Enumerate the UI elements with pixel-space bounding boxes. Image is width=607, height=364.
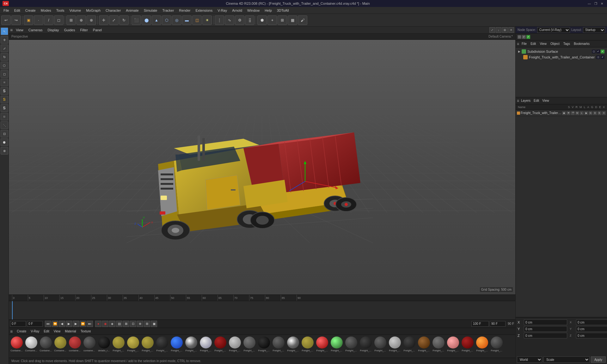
menu-create[interactable]: Create [23, 8, 38, 13]
mode-3[interactable]: ⊡ [130, 321, 136, 327]
mode-4[interactable]: ⊕ [137, 321, 143, 327]
obj-item-subdivision[interactable]: ▶ Subdivision Surface ◫ ✔ ✔ [517, 49, 606, 54]
viewport-menu-icon[interactable]: ≡ [10, 27, 13, 33]
cylinder-tool[interactable]: ⬡ [162, 15, 171, 25]
layer-solo[interactable]: ◉ [562, 111, 566, 115]
mode-polygon[interactable]: ◻ [54, 15, 64, 25]
scale-select[interactable]: Scale [543, 356, 590, 363]
redo-button[interactable]: ↪ [11, 15, 21, 25]
x-pos-field[interactable] [524, 319, 567, 325]
material-item-32[interactable]: Freight_... [475, 336, 489, 353]
menu-help[interactable]: Help [262, 8, 274, 13]
material-item-20[interactable]: Freight_... [300, 336, 315, 353]
light-tool[interactable]: ☀ [202, 15, 212, 25]
viewport-ctrl-4[interactable]: ✕ [508, 27, 514, 33]
menu-animate[interactable]: Animate [124, 8, 141, 13]
fps-start-field[interactable] [471, 321, 489, 327]
close-button[interactable]: ✕ [599, 1, 604, 6]
menu-tracker[interactable]: Tracker [160, 8, 176, 13]
material-item-25[interactable]: Freight_... [373, 336, 387, 353]
mode-edge[interactable]: / [44, 15, 53, 25]
node-space-select[interactable]: Current (V-Ray) [537, 27, 570, 33]
om-view-menu[interactable]: View [538, 42, 548, 46]
menu-character[interactable]: Character [103, 8, 123, 13]
material-item-1[interactable]: Containe... [24, 336, 38, 353]
material-item-16[interactable]: Freight_... [242, 336, 256, 353]
obj-icon-1[interactable]: ⬡ [518, 35, 521, 39]
left-tool-7[interactable]: ⌗ [1, 79, 8, 86]
viewport-menu-view[interactable]: View [14, 27, 25, 33]
material-item-18[interactable]: Freight_... [271, 336, 285, 353]
next-key-button[interactable]: ▶ [73, 321, 79, 327]
grid-tool[interactable]: ⊞ [278, 15, 287, 25]
material-item-8[interactable]: Freight_... [126, 336, 140, 353]
material-item-23[interactable]: Freight_... [344, 336, 358, 353]
material-item-19[interactable]: Freight_... [286, 336, 300, 353]
menu-tools[interactable]: Tools [54, 8, 67, 13]
om-tags-menu[interactable]: Tags [562, 42, 571, 46]
prev-key-button[interactable]: ◀ [59, 321, 65, 327]
left-tool-12[interactable]: ⋱ [1, 121, 8, 129]
mode-2[interactable]: ⊠ [123, 321, 129, 327]
material-item-22[interactable]: Freight_... [329, 336, 344, 353]
play-button[interactable]: ▶ [66, 321, 72, 327]
layer-vis[interactable]: 👁 [567, 111, 570, 115]
material-item-29[interactable]: Freight_... [431, 336, 445, 353]
timeline-body[interactable] [9, 301, 515, 319]
viewport-ctrl-2[interactable]: ↓ [496, 27, 501, 33]
mode-model[interactable]: ▣ [24, 15, 33, 25]
b-field[interactable] [576, 333, 607, 338]
3d-viewport[interactable]: X Y Z Grid Spacing: 500 cm [9, 40, 515, 294]
layer-exp[interactable]: E [598, 111, 601, 115]
viewport-menu-cameras[interactable]: Cameras [27, 27, 45, 33]
material-item-5[interactable]: containe... [82, 336, 96, 353]
obj-ctrl-vis[interactable]: ◫ [592, 50, 596, 53]
obj-icon-3[interactable]: ✔ [526, 35, 530, 39]
mode-1[interactable]: ▤ [116, 321, 122, 327]
viewport-menu-panel[interactable]: Panel [91, 27, 104, 33]
material-item-24[interactable]: Freight_... [359, 336, 373, 353]
plane-tool[interactable]: ▬ [182, 15, 192, 25]
viewport-menu-display[interactable]: Display [46, 27, 61, 33]
next-frame-button[interactable]: ⏩ [80, 321, 86, 327]
mat-menu-vray[interactable]: V-Ray [29, 329, 41, 333]
prev-frame-button[interactable]: ⏪ [52, 321, 58, 327]
mat-menu-material[interactable]: Material [63, 329, 78, 333]
menu-edit[interactable]: Edit [12, 8, 22, 13]
restore-button[interactable]: ❐ [593, 1, 598, 6]
select-all[interactable]: ⊞ [66, 15, 76, 25]
material-item-2[interactable]: Containe... [39, 336, 53, 353]
material-item-17[interactable]: Freight_... [257, 336, 271, 353]
left-s-tool[interactable]: S [1, 87, 8, 95]
material-item-3[interactable]: Containe... [53, 336, 67, 353]
material-item-12[interactable]: Freight_... [184, 336, 198, 353]
om-file-menu[interactable]: File [520, 42, 528, 46]
layer-anim[interactable]: ▶ [584, 111, 588, 115]
layers-edit-menu[interactable]: Edit [532, 99, 540, 103]
material-item-13[interactable]: Freight_... [199, 336, 213, 353]
move-tool[interactable]: ✛ [99, 15, 108, 25]
p-field[interactable] [576, 326, 607, 332]
z-pos-field[interactable] [524, 333, 567, 338]
material-item-7[interactable]: Freight_... [111, 336, 126, 353]
generate-tool[interactable]: ⚙ [235, 15, 244, 25]
left-tool-11[interactable]: ⌑ [1, 113, 8, 120]
undo-button[interactable]: ↩ [1, 15, 11, 25]
autokey-button[interactable]: ◉ [102, 321, 108, 327]
mode-6[interactable]: ▣ [151, 321, 157, 327]
material-item-27[interactable]: Freight_... [402, 336, 416, 353]
left-tool-6[interactable]: ◻ [1, 70, 8, 78]
layer-lock[interactable]: L [580, 111, 584, 115]
apply-button[interactable]: Apply [591, 356, 606, 363]
active-tool[interactable]: ⬟ [257, 15, 267, 25]
obj-item-truck[interactable]: Freight_Truck_with_Trailer_and_Container… [517, 54, 606, 60]
material-item-11[interactable]: Freight_... [169, 336, 184, 353]
menu-file[interactable]: File [1, 8, 11, 13]
material-item-4[interactable]: containe... [68, 336, 82, 353]
mode-point[interactable]: · [34, 15, 43, 25]
left-scale-tool[interactable]: ⤢ [1, 45, 8, 52]
cone-tool[interactable]: ▲ [152, 15, 161, 25]
select-loop[interactable]: ⊕ [77, 15, 86, 25]
select-fill[interactable]: ⊗ [87, 15, 96, 25]
layers-view-menu[interactable]: View [541, 99, 550, 103]
